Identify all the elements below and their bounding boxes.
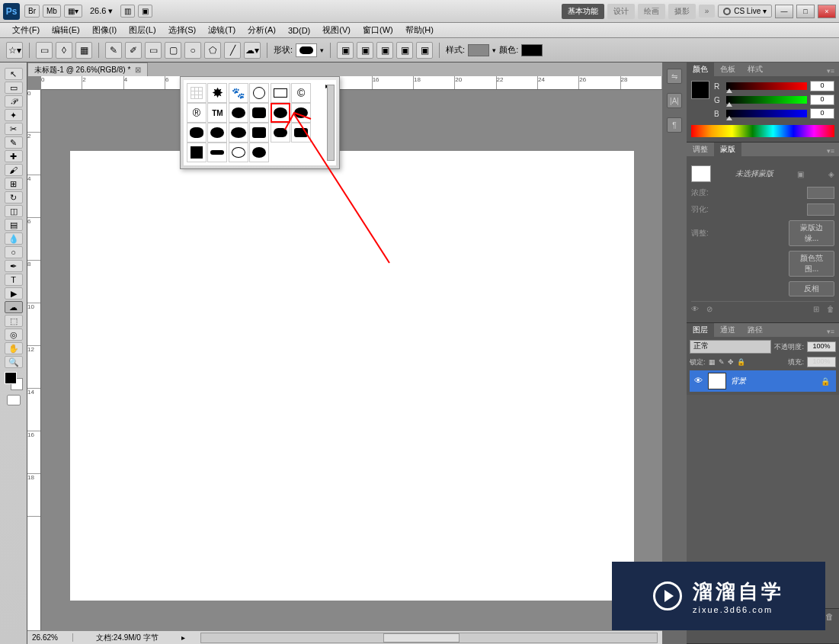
3d-camera-tool[interactable]: ◎	[5, 328, 23, 341]
shape-tm-item[interactable]: TM	[207, 103, 227, 123]
mask-delete-icon[interactable]: 🗑	[827, 305, 834, 313]
shape-talk2-item[interactable]	[249, 103, 269, 123]
tab-color[interactable]: 颜色	[687, 62, 714, 76]
workspace-painting[interactable]: 绘画	[638, 4, 665, 19]
menu-analysis[interactable]: 分析(A)	[242, 23, 282, 37]
color-panel-menu-icon[interactable]: ▾≡	[822, 66, 839, 76]
quickmask-toggle[interactable]	[7, 395, 21, 405]
workspace-more[interactable]: »	[699, 5, 716, 18]
rounded-rect-icon[interactable]: ▢	[165, 42, 181, 59]
window-minimize[interactable]: —	[775, 5, 793, 18]
mask-eye-icon[interactable]: 👁	[691, 305, 699, 313]
tool-preset-icon[interactable]: ☆▾	[6, 42, 23, 59]
shape-burst-item[interactable]: ✸	[207, 83, 227, 103]
paths-icon[interactable]: ◊	[56, 42, 72, 59]
mask-thumbnail[interactable]	[691, 165, 711, 182]
pixel-mask-icon[interactable]: ▣	[797, 170, 804, 178]
tab-styles[interactable]: 样式	[741, 62, 769, 76]
workspace-photo[interactable]: 摄影	[668, 4, 696, 19]
color-swatch-tool[interactable]	[5, 372, 23, 390]
horizontal-scrollbar[interactable]	[200, 633, 658, 643]
status-zoom[interactable]: 26.62%	[32, 633, 73, 642]
view-layout-button[interactable]: ▦▾	[64, 5, 82, 18]
polygon-icon[interactable]: ⬠	[204, 42, 221, 59]
healing-tool[interactable]: ✚	[5, 150, 23, 162]
shape-oval1-item[interactable]	[229, 143, 248, 162]
blue-slider[interactable]	[726, 110, 807, 117]
line-icon[interactable]: ╱	[224, 42, 241, 59]
screen-mode-2[interactable]: ▣	[138, 5, 152, 18]
tab-paths[interactable]: 路径	[741, 323, 769, 337]
style-swatch[interactable]	[468, 44, 489, 56]
freeform-pen-icon[interactable]: ✐	[125, 42, 142, 59]
menu-view[interactable]: 视图(V)	[316, 23, 357, 37]
shape-thought6-item[interactable]	[291, 123, 311, 143]
shape-grid-item[interactable]	[187, 83, 207, 103]
ellipse-icon[interactable]: ○	[184, 42, 201, 59]
shape-layers-icon[interactable]: ▭	[36, 42, 53, 59]
bridge-button[interactable]: Br	[24, 5, 40, 18]
shape-preview-dropdown[interactable]	[296, 43, 317, 57]
menu-edit[interactable]: 编辑(E)	[46, 23, 86, 37]
eyedropper-tool[interactable]: ✎	[5, 136, 23, 149]
red-slider[interactable]	[726, 82, 807, 90]
shape-paw-item[interactable]: 🐾	[229, 83, 248, 103]
zoom-select[interactable]: 26.6 ▾	[90, 6, 113, 16]
eraser-tool[interactable]: ◫	[5, 205, 23, 217]
paragraph-icon[interactable]: ¶	[667, 117, 682, 133]
layer-thumbnail[interactable]	[708, 373, 726, 389]
pen-icon[interactable]: ✎	[105, 42, 122, 59]
shape-rect-item[interactable]	[271, 83, 290, 103]
menu-3d[interactable]: 3D(D)	[282, 24, 316, 37]
gradient-tool[interactable]: ▤	[5, 219, 23, 231]
layer-name[interactable]: 背景	[731, 376, 746, 386]
color-range-button[interactable]: 颜色范围...	[789, 251, 834, 277]
tab-swatches[interactable]: 色板	[714, 62, 741, 76]
green-input[interactable]: 0	[810, 95, 834, 105]
lock-position-icon[interactable]: ✥	[728, 358, 734, 366]
menu-image[interactable]: 图像(I)	[86, 23, 123, 37]
shape-registered-item[interactable]: ®	[187, 103, 207, 123]
tab-layers[interactable]: 图层	[687, 323, 714, 337]
menu-file[interactable]: 文件(F)	[6, 23, 46, 37]
dodge-tool[interactable]: ○	[5, 246, 23, 258]
shape-tile-item[interactable]	[187, 143, 207, 162]
minibridge-button[interactable]: Mb	[43, 5, 61, 18]
rectangle-icon[interactable]: ▭	[145, 42, 162, 59]
pen-tool[interactable]: ✒	[5, 260, 23, 272]
blur-tool[interactable]: 💧	[5, 232, 23, 245]
type-tool[interactable]: T	[5, 274, 23, 286]
combine-subtract-icon[interactable]: ▣	[376, 42, 393, 59]
menu-select[interactable]: 选择(S)	[162, 23, 203, 37]
masks-panel-menu-icon[interactable]: ▾≡	[822, 146, 839, 156]
tab-adjustments[interactable]: 调整	[687, 143, 714, 156]
shape-talk1-item[interactable]	[229, 103, 248, 123]
tab-masks[interactable]: 蒙版	[714, 143, 741, 156]
brush-tool[interactable]: 🖌	[5, 164, 23, 176]
workspace-design[interactable]: 设计	[607, 4, 635, 19]
status-arrow-icon[interactable]: ▸	[181, 633, 185, 642]
shape-oval2-item[interactable]	[249, 143, 269, 162]
workspace-essentials[interactable]: 基本功能	[562, 4, 604, 19]
fill-input[interactable]: 100%	[807, 357, 836, 367]
status-doc-info[interactable]: 文档:24.9M/0 字节	[73, 633, 181, 643]
picker-scrollbar[interactable]	[327, 85, 335, 161]
menu-layer[interactable]: 图层(L)	[123, 23, 162, 37]
opacity-input[interactable]: 100%	[807, 341, 836, 352]
blend-mode-select[interactable]: 正常	[690, 340, 771, 354]
mask-load-icon[interactable]: ⊞	[813, 305, 819, 313]
blue-input[interactable]: 0	[810, 108, 834, 119]
shape-talk4-item[interactable]	[291, 103, 311, 123]
lock-brush-icon[interactable]: ✎	[719, 358, 725, 366]
vector-mask-icon[interactable]: ◈	[828, 170, 834, 178]
shape-circle-item[interactable]	[249, 83, 269, 103]
path-select-tool[interactable]: ▶	[5, 287, 23, 300]
crop-tool[interactable]: ✂	[5, 123, 23, 135]
delete-layer-icon[interactable]: 🗑	[825, 612, 836, 623]
shape-bar-item[interactable]	[207, 143, 227, 162]
color-swatch[interactable]	[521, 44, 543, 56]
tab-channels[interactable]: 通道	[714, 323, 741, 337]
canvas[interactable]	[70, 151, 634, 601]
spectrum-bar[interactable]	[691, 125, 834, 137]
feather-input[interactable]	[807, 203, 834, 216]
